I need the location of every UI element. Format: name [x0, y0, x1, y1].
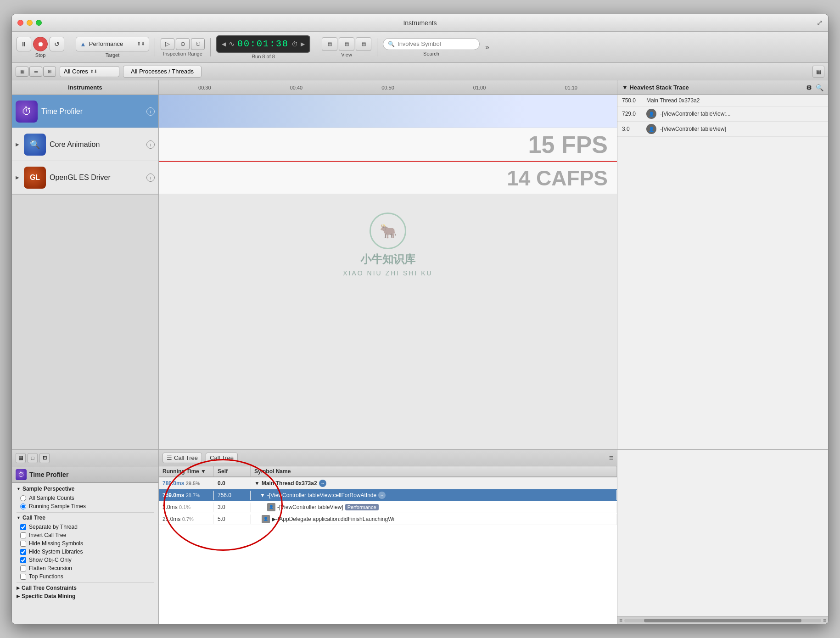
close-button[interactable]	[17, 20, 23, 26]
call-tree-btn-2[interactable]: Call Tree	[206, 453, 238, 463]
detail-row-3[interactable]: 3.0 👤 -[ViewController tableView]	[617, 122, 828, 137]
triangle-icon-ct: ▼	[17, 515, 21, 520]
view-btn-center[interactable]: ▤	[339, 37, 354, 51]
top-functions-check[interactable]	[20, 574, 26, 580]
opengl-name: OpenGL ES Driver	[50, 173, 143, 182]
all-sample-counts-label: All Sample Counts	[29, 495, 74, 501]
separate-by-thread-check[interactable]	[20, 524, 26, 530]
time-value-4: 21.0ms	[162, 516, 180, 522]
triangle-icon-sdm: ▶	[17, 594, 20, 599]
invert-call-tree-check[interactable]	[20, 532, 26, 538]
col-symbol[interactable]: Symbol Name	[251, 466, 617, 476]
all-processes-tab[interactable]: All Processes / Threads	[123, 66, 202, 78]
all-sample-counts-radio[interactable]	[20, 495, 26, 501]
call-tree-btn-label-2: Call Tree	[210, 454, 234, 461]
hide-system-libraries-check[interactable]	[20, 549, 26, 555]
main-content: Instruments ⏱ Time Profiler i 🔍 Core Ani…	[12, 80, 828, 449]
stop-label: Stop	[35, 52, 46, 58]
call-tree-btn-1[interactable]: ☰ Call Tree	[162, 453, 202, 463]
call-tree-title: ▼ Call Tree	[17, 515, 154, 521]
table-row-appdelegate[interactable]: 21.0ms 0.7% 5.0 👤 ▶-[AppDelegate applica…	[159, 513, 617, 525]
bottom-icon-1[interactable]: ▤	[16, 453, 26, 463]
view-label: View	[341, 52, 352, 57]
toolbar-overflow[interactable]: »	[485, 43, 489, 51]
timer-arrow-right[interactable]: ▶	[301, 41, 305, 47]
detail-desc-2: -[ViewController tableView:...	[660, 111, 823, 117]
all-cores-selector[interactable]: All Cores ⬆⬇	[60, 66, 119, 77]
time-profiler-info[interactable]: i	[146, 107, 155, 116]
inspect-btn-1[interactable]: ▷	[161, 38, 174, 50]
instrument-row-time-profiler[interactable]: ⏱ Time Profiler i	[12, 95, 158, 128]
running-sample-times-radio[interactable]	[20, 504, 26, 509]
pct-2: 28.7%	[186, 492, 200, 498]
bottom-scrollbar[interactable]: ≡ ≡	[617, 616, 828, 624]
triangle-icon-sp: ▼	[17, 487, 21, 491]
goto-btn-1[interactable]: →	[319, 480, 326, 487]
inspect-btn-2[interactable]: ⊙	[176, 38, 190, 50]
scrollbar-track[interactable]	[624, 619, 821, 622]
performance-icon: ▲	[80, 40, 86, 48]
options-section: ▼ Sample Perspective All Sample Counts R…	[12, 483, 158, 604]
record-button[interactable]: ⏺	[33, 37, 48, 51]
col-running-time[interactable]: Running Time ▼	[159, 466, 214, 476]
goto-btn-2[interactable]: →	[378, 492, 386, 499]
flatten-recursion-check[interactable]	[20, 565, 26, 571]
show-objc-only-label: Show Obj-C Only	[29, 557, 72, 563]
core-animation-timeline[interactable]: 15 FPS	[159, 128, 617, 161]
search-input[interactable]	[398, 40, 475, 47]
table-row-tableview[interactable]: 759.0ms 28.7% 756.0 ▼ -[ViewController t…	[159, 489, 617, 501]
vm-btn-2[interactable]: ☰	[29, 67, 42, 77]
table-row-tableview-plain[interactable]: 3.0ms 0.1% 3.0 👤 -[ViewController tableV…	[159, 501, 617, 513]
maximize-button[interactable]	[36, 20, 42, 26]
cell-self-1: 0.0	[214, 479, 251, 488]
vm-btn-1[interactable]: ▦	[16, 67, 28, 77]
grid-toggle[interactable]: ▦	[812, 66, 824, 78]
detail-header: ▼ Heaviest Stack Trace ⚙ 🔍	[617, 80, 828, 95]
refresh-button[interactable]: ↺	[50, 37, 64, 51]
view-btn-left[interactable]: ▤	[322, 37, 337, 51]
separate-by-thread-label: Separate by Thread	[29, 524, 78, 530]
calltree-overflow[interactable]: ≡	[609, 454, 613, 462]
scrollbar-thumb[interactable]	[644, 619, 801, 622]
bottom-icon-3[interactable]: ⊡	[39, 453, 50, 463]
specific-data-mining-title[interactable]: ▶ Specific Data Mining	[17, 593, 154, 599]
hide-missing-symbols-check[interactable]	[20, 541, 26, 547]
pause-button[interactable]: ⏸	[17, 37, 31, 51]
fps-display: 15 FPS	[159, 128, 617, 161]
search-icon: 🔍	[388, 41, 395, 47]
time-mark-1: 00:30	[163, 85, 246, 90]
inspect-btn-3[interactable]: ⏲	[191, 38, 205, 50]
instrument-row-opengl[interactable]: GL OpenGL ES Driver i	[12, 161, 158, 194]
symbol-text-4: ▶-[AppDelegate application:didFinishLaun…	[272, 516, 394, 522]
call-tree-constraints-title[interactable]: ▶ Call Tree Constraints	[17, 585, 154, 591]
sample-perspective-label: Sample Perspective	[22, 486, 74, 492]
timer-arrow-left[interactable]: ◀	[222, 41, 226, 47]
instrument-row-core-animation[interactable]: 🔍 Core Animation i	[12, 128, 158, 161]
detail-row-1[interactable]: 750.0 Main Thread 0x373a2	[617, 95, 828, 106]
calltree-table[interactable]: Running Time ▼ Self Symbol Name 780.0ms …	[159, 466, 617, 624]
minimize-button[interactable]	[27, 20, 33, 26]
gear-icon[interactable]: ⚙	[806, 84, 812, 91]
table-row-main-thread[interactable]: 780.0ms 29.5% 0.0 ▼ Main Thread 0x373a2 …	[159, 477, 617, 489]
self-label: Self	[218, 468, 228, 475]
col-self[interactable]: Self	[214, 466, 251, 476]
timer-clock-icon: ⏱	[291, 40, 298, 48]
target-selector[interactable]: ▲ Performance ⬆⬇	[76, 37, 149, 51]
vm-btn-3[interactable]: ⊞	[43, 67, 56, 77]
detail-row-2[interactable]: 729.0 👤 -[ViewController tableView:...	[617, 106, 828, 122]
time-profiler-timeline[interactable]	[159, 95, 617, 128]
all-cores-label: All Cores	[64, 68, 88, 75]
show-objc-only-check[interactable]	[20, 557, 26, 563]
detail-search-icon[interactable]: 🔍	[816, 84, 823, 91]
opengl-timeline[interactable]: 14 CAFPS	[159, 161, 617, 194]
core-animation-info[interactable]: i	[146, 140, 155, 149]
bottom-icon-2[interactable]: □	[28, 453, 38, 463]
expand-icon[interactable]: ⤢	[817, 18, 823, 27]
opengl-info[interactable]: i	[146, 173, 155, 182]
flatten-recursion-row: Flatten Recursion	[17, 564, 154, 572]
pct-1: 29.5%	[186, 481, 200, 486]
view-btn-right[interactable]: ▤	[356, 37, 371, 51]
search-label: Search	[423, 51, 439, 56]
triangle-1: ▼	[254, 480, 260, 487]
search-box[interactable]: 🔍	[383, 38, 480, 50]
